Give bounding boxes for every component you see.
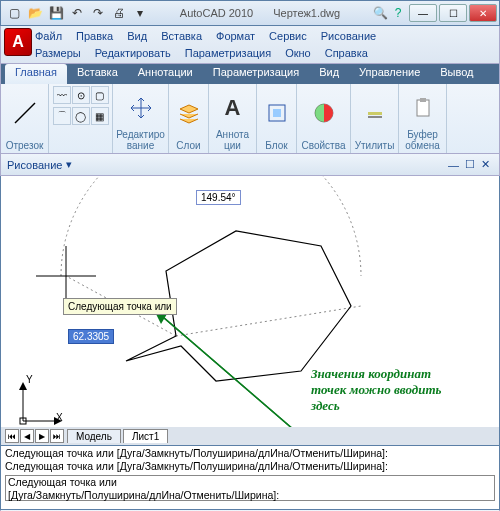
utils-icon	[364, 86, 386, 140]
axis-y-label: Y	[26, 374, 33, 385]
qat-print-icon[interactable]: 🖨	[110, 4, 128, 22]
menu-edit[interactable]: Правка	[76, 28, 113, 45]
svg-rect-6	[417, 100, 429, 116]
rg-annot[interactable]: A Аннота ции	[209, 84, 257, 153]
menubar: Файл Правка Вид Вставка Формат Сервис Ри…	[0, 26, 500, 64]
command-window[interactable]: Следующая точка или [Дуга/Замкнуть/Полуш…	[0, 446, 500, 510]
menu-draw[interactable]: Рисование	[321, 28, 376, 45]
qat-redo-icon[interactable]: ↷	[89, 4, 107, 22]
tab-nav-first[interactable]: ⏮	[5, 429, 19, 443]
command-tooltip: Следующая точка или	[63, 298, 177, 315]
close-button[interactable]: ✕	[469, 4, 497, 22]
rg-layers[interactable]: Слои	[169, 84, 209, 153]
tab-insert[interactable]: Вставка	[67, 64, 128, 84]
rg-edit[interactable]: Редактиро вание	[113, 84, 169, 153]
svg-line-0	[15, 103, 35, 123]
rg-utils[interactable]: Утилиты	[351, 84, 399, 153]
tab-output[interactable]: Вывод	[430, 64, 483, 84]
doc-min-icon[interactable]: —	[448, 159, 459, 171]
rg-block[interactable]: Блок	[257, 84, 297, 153]
qat-save-icon[interactable]: 💾	[47, 4, 65, 22]
tab-param[interactable]: Параметризация	[203, 64, 309, 84]
search-icon[interactable]: 🔍	[371, 4, 389, 22]
layers-icon	[177, 86, 201, 140]
move-icon	[129, 86, 153, 129]
tab-view[interactable]: Вид	[309, 64, 349, 84]
qat-open-icon[interactable]: 📂	[26, 4, 44, 22]
draw-tool-2[interactable]: ⊙	[72, 86, 90, 104]
draw-tool-3[interactable]: ▢	[91, 86, 109, 104]
panel-title: Рисование	[7, 159, 62, 171]
draw-tool-5[interactable]: ◯	[72, 107, 90, 125]
svg-rect-2	[273, 109, 281, 117]
app-name: AutoCAD 2010	[180, 7, 253, 19]
cmd-history-1: Следующая точка или [Дуга/Замкнуть/Полуш…	[5, 447, 495, 460]
draw-tool-6[interactable]: ▦	[91, 107, 109, 125]
menu-file[interactable]: Файл	[35, 28, 62, 45]
qat-dd-icon[interactable]: ▾	[131, 4, 149, 22]
menu-param[interactable]: Параметризация	[185, 45, 271, 62]
cmd-input-line2: [Дуга/Замкнуть/Полуширина/длИна/Отменить…	[8, 489, 492, 502]
tab-nav-next[interactable]: ▶	[35, 429, 49, 443]
svg-rect-4	[368, 112, 382, 115]
doc-max-icon[interactable]: ☐	[465, 158, 475, 171]
draw-tool-4[interactable]: ⌒	[53, 107, 71, 125]
ribbon-tabstrip: Главная Вставка Аннотации Параметризация…	[0, 64, 500, 84]
svg-rect-7	[420, 98, 426, 102]
menu-help[interactable]: Справка	[325, 45, 368, 62]
angle-dimension: 149.54°	[196, 190, 241, 205]
layout-tabs: ⏮ ◀ ▶ ⏭ Модель Лист1	[1, 427, 499, 445]
qat-undo-icon[interactable]: ↶	[68, 4, 86, 22]
cmd-input[interactable]: Следующая точка или [Дуга/Замкнуть/Полуш…	[5, 475, 495, 501]
menu-insert[interactable]: Вставка	[161, 28, 202, 45]
line-icon	[11, 86, 39, 140]
file-name: Чертеж1.dwg	[273, 7, 340, 19]
cmd-input-line1: Следующая точка или	[8, 476, 492, 489]
annotation-text: Значения координат точек можно вводить з…	[311, 366, 441, 414]
menu-modify[interactable]: Редактировать	[95, 45, 171, 62]
layout-tab-model[interactable]: Модель	[67, 429, 121, 443]
maximize-button[interactable]: ☐	[439, 4, 467, 22]
rg-line[interactable]: Отрезок	[1, 84, 49, 153]
layout-tab-sheet1[interactable]: Лист1	[123, 429, 168, 443]
tab-home[interactable]: Главная	[5, 64, 67, 84]
rg-clip[interactable]: Буфер обмена	[399, 84, 447, 153]
props-icon	[313, 86, 335, 140]
ribbon: Отрезок 〰 ⊙ ▢ ⌒ ◯ ▦ Редактиро вание Слои…	[0, 84, 500, 154]
qat-new-icon[interactable]: ▢	[5, 4, 23, 22]
chevron-down-icon[interactable]: ▾	[66, 158, 72, 171]
tab-nav-prev[interactable]: ◀	[20, 429, 34, 443]
axis-x-label: X	[56, 412, 63, 423]
menu-dims[interactable]: Размеры	[35, 45, 81, 62]
help-icon[interactable]: ?	[389, 4, 407, 22]
tab-nav-last[interactable]: ⏭	[50, 429, 64, 443]
panel-header: Рисование ▾ — ☐ ✕	[0, 154, 500, 176]
tab-manage[interactable]: Управление	[349, 64, 430, 84]
rg-props[interactable]: Свойства	[297, 84, 351, 153]
tab-annot[interactable]: Аннотации	[128, 64, 203, 84]
app-logo-icon[interactable]: A	[4, 28, 32, 56]
menu-window[interactable]: Окно	[285, 45, 311, 62]
drawing-canvas[interactable]: 149.54° 62.3305 Следующая точка или Y X …	[0, 176, 500, 446]
draw-tool-1[interactable]: 〰	[53, 86, 71, 104]
menu-service[interactable]: Сервис	[269, 28, 307, 45]
svg-rect-5	[368, 116, 382, 118]
length-dimension[interactable]: 62.3305	[68, 329, 114, 344]
minimize-button[interactable]: —	[409, 4, 437, 22]
clipboard-icon	[412, 86, 434, 129]
cmd-history-2: Следующая точка или [Дуга/Замкнуть/Полуш…	[5, 460, 495, 473]
titlebar: ▢ 📂 💾 ↶ ↷ 🖨 ▾ AutoCAD 2010 Чертеж1.dwg 🔍…	[0, 0, 500, 26]
svg-line-9	[176, 306, 361, 336]
block-icon	[266, 86, 288, 140]
doc-close-icon[interactable]: ✕	[481, 158, 490, 171]
menu-format[interactable]: Формат	[216, 28, 255, 45]
text-icon: A	[225, 86, 241, 129]
rg-draw: 〰 ⊙ ▢ ⌒ ◯ ▦	[49, 84, 113, 153]
menu-view[interactable]: Вид	[127, 28, 147, 45]
